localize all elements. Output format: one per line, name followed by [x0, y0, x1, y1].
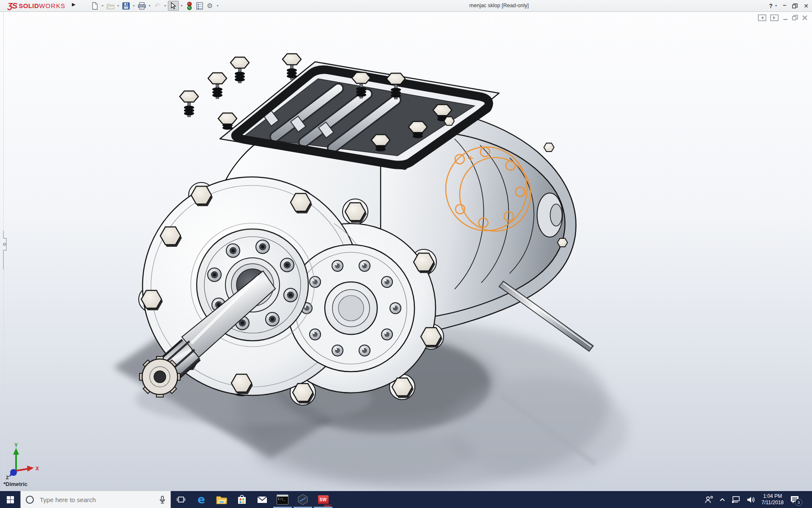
- orientation-triad: Y X Z: [3, 443, 40, 479]
- help-dropdown[interactable]: ▾: [775, 4, 777, 8]
- titlebar: ƷS SOLIDWORKS ▶ ▾ ▾ ▾ ▾ ↶ ▾: [0, 0, 812, 12]
- store-icon: [237, 494, 247, 505]
- window-controls: ? ▾ – ✕: [769, 0, 809, 11]
- select-cursor-icon: [170, 2, 177, 9]
- dock-pane-left-icon[interactable]: [758, 14, 766, 21]
- edge-icon: e: [198, 493, 205, 506]
- triad-x-label: X: [36, 466, 39, 472]
- new-document-button[interactable]: [90, 1, 100, 11]
- save-dropdown[interactable]: ▾: [131, 1, 137, 11]
- microphone-icon[interactable]: [159, 496, 165, 504]
- file-explorer-icon: [216, 495, 227, 504]
- secondary-flange: [288, 245, 414, 372]
- cortana-icon: [26, 496, 34, 504]
- restore-button[interactable]: [792, 3, 798, 8]
- notification-badge: 3: [795, 499, 802, 506]
- undo-icon: ↶: [154, 2, 160, 10]
- taskbar-hexagon-app[interactable]: [293, 491, 313, 508]
- options-dropdown[interactable]: ▾: [215, 1, 220, 11]
- network-button[interactable]: [732, 496, 741, 503]
- taskbar-mail[interactable]: [252, 491, 272, 508]
- taskbar: e: [0, 491, 812, 508]
- file-properties-icon: [196, 2, 203, 10]
- taskbar-clock[interactable]: 1:04 PM 7/11/2018: [762, 493, 784, 506]
- chevron-up-icon: [719, 498, 725, 502]
- spline-end: [140, 356, 180, 397]
- search-input[interactable]: [39, 496, 154, 504]
- undo-button[interactable]: ↶: [152, 1, 162, 11]
- system-tray: 1:04 PM 7/11/2018 3: [705, 491, 812, 508]
- doc-close-button[interactable]: [802, 15, 808, 21]
- menu-flyout-arrow-icon[interactable]: ▶: [72, 2, 75, 7]
- undo-dropdown[interactable]: ▾: [162, 1, 168, 11]
- open-dropdown[interactable]: ▾: [115, 1, 121, 11]
- print-dropdown[interactable]: ▾: [147, 1, 152, 11]
- taskbar-file-explorer[interactable]: [211, 491, 232, 508]
- feature-panel-collapsed-tab[interactable]: [0, 231, 8, 270]
- document-window-controls: [758, 14, 808, 21]
- gearbox-3d-model: [0, 12, 812, 491]
- taskbar-edge[interactable]: e: [191, 491, 211, 508]
- volume-button[interactable]: [747, 496, 755, 503]
- minimize-button[interactable]: –: [783, 1, 786, 8]
- triad-y-label: Y: [14, 443, 18, 448]
- people-icon: [705, 496, 713, 503]
- mail-icon: [257, 496, 267, 503]
- solidworks-2017-icon: SW 2017: [318, 495, 329, 504]
- doc-restore-button[interactable]: [792, 15, 798, 21]
- clock-time: 1:04 PM: [762, 493, 784, 500]
- desktop: ƷS SOLIDWORKS ▶ ▾ ▾ ▾ ▾ ↶ ▾: [0, 0, 812, 508]
- select-dropdown[interactable]: ▾: [179, 1, 184, 11]
- quick-access-toolbar: ▾ ▾ ▾ ▾ ↶ ▾ ▾: [90, 0, 220, 11]
- taskbar-solidworks[interactable]: SW 2017: [313, 491, 333, 508]
- options-button[interactable]: ⚙: [205, 1, 215, 11]
- view-orientation-label: *Dimetric: [3, 481, 27, 487]
- print-button[interactable]: [137, 1, 147, 11]
- save-icon: [122, 2, 130, 10]
- hexagon-app-icon: [297, 494, 308, 505]
- triad-z-label: Z: [6, 475, 9, 479]
- save-button[interactable]: [121, 1, 131, 11]
- select-button[interactable]: [168, 1, 179, 11]
- new-document-icon: [91, 2, 99, 10]
- taskbar-store[interactable]: [232, 491, 252, 508]
- taskbar-search[interactable]: [20, 491, 171, 508]
- ethernet-icon: [732, 496, 741, 503]
- taskbar-command-prompt[interactable]: C:\_: [272, 491, 293, 508]
- help-button[interactable]: ?: [769, 3, 773, 9]
- open-folder-icon: [107, 2, 115, 10]
- speaker-icon: [747, 496, 755, 503]
- document-title: menjac sklop [Read-only]: [440, 0, 558, 11]
- open-button[interactable]: [105, 1, 115, 11]
- start-button[interactable]: [0, 491, 20, 508]
- print-icon: [138, 2, 146, 10]
- options-gear-icon: ⚙: [207, 3, 213, 9]
- action-center-button[interactable]: 3: [790, 495, 799, 504]
- close-button[interactable]: ✕: [804, 3, 809, 9]
- rebuild-traffic-light-icon: [187, 2, 192, 10]
- clock-date: 7/11/2018: [762, 500, 784, 506]
- command-prompt-icon: C:\_: [277, 494, 288, 505]
- task-view-button[interactable]: [171, 491, 191, 508]
- tray-overflow-button[interactable]: [719, 498, 725, 502]
- solidworks-logo: ƷS SOLIDWORKS: [8, 1, 66, 11]
- new-document-dropdown[interactable]: ▾: [100, 1, 105, 11]
- dock-pane-right-icon[interactable]: [770, 14, 779, 21]
- ds-logo-mark: ƷS: [8, 1, 17, 11]
- file-properties-button[interactable]: [195, 1, 205, 11]
- doc-minimize-button[interactable]: [782, 15, 788, 21]
- rebuild-button[interactable]: [184, 1, 195, 11]
- windows-logo-icon: [7, 496, 14, 503]
- people-button[interactable]: [705, 496, 713, 503]
- graphics-viewport[interactable]: Y X Z *Dimetric: [0, 12, 812, 491]
- task-view-icon: [177, 496, 185, 503]
